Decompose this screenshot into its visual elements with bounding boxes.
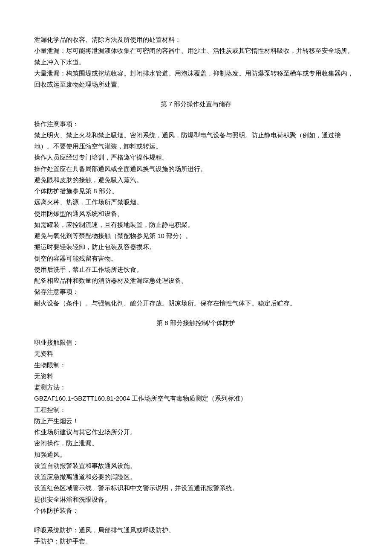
spill-methods-heading: 泄漏化学品的收容、清除方法及所使用的处置材料： (34, 34, 358, 45)
section8-line-14: 提供安全淋浴和洗眼设备。 (34, 494, 358, 505)
section7-line-15: 耐火设备（条件）。与强氧化剂、酸分开存放。阴凉场所。保存在惰性气体下。稳定后贮存… (34, 298, 358, 309)
section8-line-2: 生物限制： (34, 360, 358, 371)
section8-line-3: 无资料 (34, 371, 358, 382)
section7-line-0: 操作注意事项： (34, 119, 358, 130)
section7-line-8: 如需罐装，应控制流速，且有接地装置，防止静电积聚。 (34, 219, 358, 230)
section7-line-9: 避免与氧化剂等禁配物接触（禁配物参见第 10 部分）。 (34, 230, 358, 241)
section7-line-1: 禁止明火、禁止火花和禁止吸烟。密闭系统，通风，防爆型电气设备与照明。防止静电荷积… (34, 130, 358, 152)
section8-line-5: GBZΛΓ160.1-GBZTT160.81-2004 工作场所空气有毒物质测定… (34, 393, 358, 404)
section8-ppe-line-1: 手防护：防护手套。 (34, 536, 358, 547)
section7-line-6: 远离火种、热源，工作场所严禁吸烟。 (34, 197, 358, 208)
section7-line-11: 倒空的容器可能残留有害物。 (34, 253, 358, 264)
small-spill-text: 小量泄漏：尽可能将泄漏液体收集在可密闭的容器中。用沙土、活性炭或其它惰性材料吸收… (34, 45, 358, 68)
section8-line-11: 设置自动报警装置和事故通风设施。 (34, 460, 358, 471)
section8-line-10: 加强通风。 (34, 449, 358, 460)
blank-line (34, 516, 358, 525)
section7-line-3: 操作处置应在具备局部通风或全面通风换气设施的场所进行。 (34, 163, 358, 174)
section-8-title: 第 8 部分接触控制/个体防护 (34, 317, 358, 328)
section8-line-1: 无资料 (34, 348, 358, 359)
section8-line-4: 监测方法： (34, 382, 358, 393)
section8-line-12: 设置应急撤离通道和必要的泻险区。 (34, 471, 358, 482)
section8-line-8: 作业场所建议与其它作业场所分开。 (34, 427, 358, 438)
section7-line-2: 操作人员应经过专门培训，严格遵守操作规程。 (34, 152, 358, 163)
section7-line-13: 配备相应品种和数量的消防器材及泄漏应急处理设备。 (34, 275, 358, 286)
section7-line-7: 使用防爆型的通风系统和设备。 (34, 208, 358, 219)
large-spill-text: 大量泄漏：构筑围堤或挖坑收容。封闭排水管道。用泡沫覆盖，抑制蒸发。用防爆泵转移至… (34, 68, 358, 90)
section-7-title: 第 7 部分操作处置与储存 (34, 99, 358, 110)
section7-line-5: 个体防护措施参见第 8 部分。 (34, 186, 358, 197)
section7-line-10: 搬运时要轻装轻卸，防止包装及容器损坏。 (34, 241, 358, 253)
section7-line-4: 避免眼和皮肤的接触，避免吸入蒸汽。 (34, 174, 358, 186)
section8-line-13: 设置红色区域警示线、警示标识和中文警示说明，并设置通讯报警系统。 (34, 482, 358, 494)
section8-line-0: 职业接触限值： (34, 337, 358, 348)
section8-line-15: 个体防护装备： (34, 505, 358, 516)
section8-ppe-line-0: 呼吸系统防护：通风，局部排气通风或呼吸防护。 (34, 525, 358, 536)
section8-line-7: 防止产生烟云！ (34, 416, 358, 427)
section8-line-9: 密闭操作，防止泄漏。 (34, 438, 358, 449)
section8-line-6: 工程控制： (34, 404, 358, 416)
section7-line-12: 使用后洗手，禁止在工作场所进饮食。 (34, 264, 358, 275)
section7-line-14: 储存注意事项： (34, 286, 358, 297)
